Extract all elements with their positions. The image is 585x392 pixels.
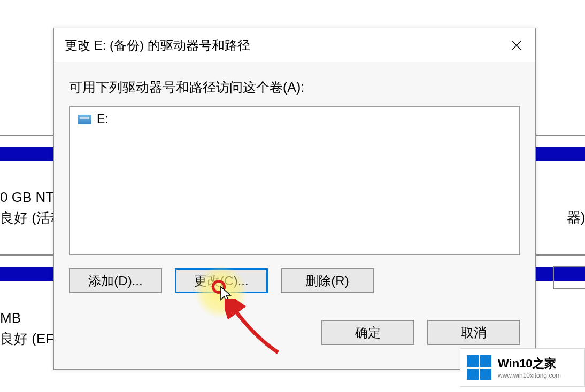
dialog-title: 更改 E: (备份) 的驱动器号和路径 xyxy=(65,37,498,54)
description-label: 可用下列驱动器号和路径访问这个卷(A): xyxy=(69,79,520,96)
list-item-label: E: xyxy=(97,112,109,127)
list-item[interactable]: E: xyxy=(75,111,514,128)
cancel-button[interactable]: 取消 xyxy=(427,320,520,345)
close-icon xyxy=(510,39,523,52)
dialog-content: 可用下列驱动器号和路径访问这个卷(A): E: 添加(D)... 更改(C)..… xyxy=(54,62,535,369)
drive-letter-listbox[interactable]: E: xyxy=(69,106,520,255)
action-button-row: 添加(D)... 更改(C)... 删除(R) xyxy=(69,268,520,293)
titlebar: 更改 E: (备份) 的驱动器号和路径 xyxy=(54,28,535,62)
add-button[interactable]: 添加(D)... xyxy=(69,268,162,293)
watermark: Win10之家 www.win10xitong.com xyxy=(460,348,585,387)
bg-right-fragment: 器) xyxy=(567,208,585,227)
bg-right-box xyxy=(553,266,585,289)
change-drive-letter-dialog: 更改 E: (备份) 的驱动器号和路径 可用下列驱动器号和路径访问这个卷(A):… xyxy=(53,28,536,370)
change-button[interactable]: 更改(C)... xyxy=(175,268,268,293)
watermark-text: Win10之家 www.win10xitong.com xyxy=(498,356,561,379)
drive-icon xyxy=(78,115,91,124)
close-button[interactable] xyxy=(498,28,535,62)
windows-logo-icon xyxy=(467,355,491,380)
remove-button[interactable]: 删除(R) xyxy=(281,268,374,293)
confirm-button-row: 确定 取消 xyxy=(69,320,520,345)
watermark-title: Win10之家 xyxy=(498,356,561,372)
ok-button[interactable]: 确定 xyxy=(321,320,414,345)
watermark-url: www.win10xitong.com xyxy=(498,372,561,379)
